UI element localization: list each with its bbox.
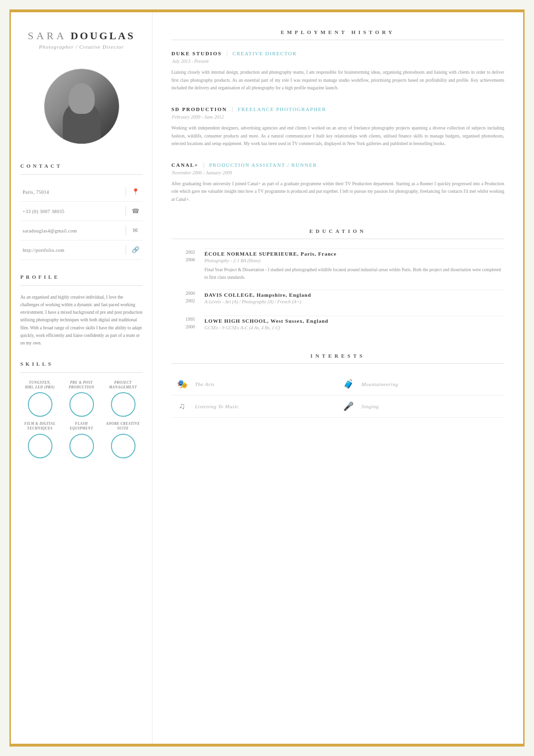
- name-section: SARA DOUGLAS Photographer / Creative Dir…: [28, 30, 135, 50]
- mountaineering-icon: 🧳: [343, 379, 355, 389]
- emp-header-2: SD PRODUCTION | FREELANCE PHOTOGRAPHER: [171, 105, 504, 113]
- contact-sep-1: [126, 187, 126, 197]
- edu-year-start-2: 2000: [186, 290, 195, 297]
- skill-label-6: ADOBE CREATIVESUITE: [106, 421, 140, 431]
- edu-year-start-3: 1995: [186, 316, 195, 323]
- skill-circle-3: [111, 392, 136, 417]
- skills-section: SKILLS TUNGSTEN,HMI, LED (PRO) PRE & POS…: [20, 356, 143, 458]
- skill-circle-6: [111, 434, 136, 458]
- left-column: SARA DOUGLAS Photographer / Creative Dir…: [11, 11, 153, 745]
- skill-label-2: PRE & POSTPRODUCTION: [68, 380, 94, 390]
- edu-degree-1: Photography - 2:1 BA (Hons): [204, 258, 504, 263]
- skill-item-5: FLASHEQUIPMENT: [62, 421, 101, 458]
- singing-label: Singing: [362, 404, 379, 409]
- profile-section: PROFILE As an organised and highly creat…: [20, 269, 143, 347]
- emp-role-2: FREELANCE PHOTOGRAPHER: [238, 106, 326, 112]
- skill-circle-4: [28, 434, 52, 458]
- location-icon: 📍: [131, 188, 140, 196]
- emp-desc-1: Liaising closely with internal design, p…: [171, 69, 504, 92]
- phone-text: +33 (0) 3007 38035: [23, 209, 121, 214]
- emp-sep-3: |: [203, 161, 204, 169]
- edu-desc-1: Final Year Project & Dissertation - I st…: [204, 266, 504, 281]
- skill-label-3: PROJECTMANAGEMENT: [109, 380, 137, 390]
- edu-year-start-1: 2002: [186, 249, 195, 256]
- emp-company-1: DUKE STUDIOS: [171, 51, 222, 56]
- skill-item-3: PROJECTMANAGEMENT: [103, 380, 143, 417]
- contact-address: Paris, 75014 📍: [20, 182, 143, 202]
- interests-section: INTERESTS 🎭 The Arts 🧳 Mountaineering ♫ …: [171, 351, 504, 418]
- edu-entry-3: 1995 2000 LOWE HIGH SCHOOL, West Sussex,…: [171, 316, 504, 333]
- photo-placeholder: [44, 69, 119, 144]
- edu-content-3: LOWE HIGH SCHOOL, West Sussex, England G…: [204, 316, 504, 333]
- skill-item-1: TUNGSTEN,HMI, LED (PRO): [20, 380, 59, 417]
- email-text: saradouglas4@gmail.com: [23, 228, 121, 233]
- gold-bar-top: [11, 11, 523, 12]
- skill-circle-5: [69, 434, 94, 458]
- profile-text: As an organised and highly creative indi…: [20, 293, 143, 347]
- skills-divider: [20, 372, 143, 373]
- profile-title: PROFILE: [20, 274, 143, 280]
- mountaineering-label: Mountaineering: [362, 381, 398, 387]
- skill-label-5: FLASHEQUIPMENT: [70, 421, 93, 431]
- last-name: DOUGLAS: [70, 30, 135, 42]
- education-section: EDUCATION 2002 2006 ÉCOLE NORMALE SUPERI…: [171, 226, 504, 342]
- contact-section: CONTACT Paris, 75014 📍 +33 (0) 3007 3803…: [20, 158, 143, 260]
- emp-company-3: CANAL+: [171, 162, 198, 168]
- resume-page: SARA DOUGLAS Photographer / Creative Dir…: [9, 9, 525, 747]
- employment-section: EMPLOYMENT HISTORY DUKE STUDIOS | CREATI…: [171, 27, 504, 217]
- interests-header: INTERESTS: [171, 351, 504, 360]
- contact-phone: +33 (0) 3007 38035 ☎: [20, 202, 143, 221]
- website-text: http://portfolio.com: [23, 248, 121, 253]
- interest-music: ♫ Listening To Music: [171, 395, 338, 418]
- emp-entry-1: DUKE STUDIOS | CREATIVE DIRECTOR July 20…: [171, 50, 504, 92]
- gold-bar-bottom: [11, 744, 523, 745]
- edu-degree-3: GCSEs - 9 GCSEs A-C (4 As, 4 Bs, 1 C): [204, 325, 504, 330]
- employment-title: EMPLOYMENT HISTORY: [281, 29, 395, 35]
- skill-label-1: TUNGSTEN,HMI, LED (PRO): [25, 380, 55, 390]
- edu-years-2: 2000 2002: [171, 290, 195, 307]
- emp-sep-1: |: [227, 50, 228, 57]
- arts-icon: 🎭: [176, 379, 188, 389]
- education-divider: [171, 239, 504, 239]
- link-icon: 🔗: [131, 246, 140, 254]
- interests-title: INTERESTS: [311, 353, 365, 359]
- skill-item-2: PRE & POSTPRODUCTION: [62, 380, 101, 417]
- skill-label-4: FILM & DIGITALTECHNIQUES: [24, 421, 55, 431]
- first-name: SARA: [28, 30, 67, 42]
- contact-sep-2: [126, 206, 126, 216]
- music-icon: ♫: [176, 401, 188, 411]
- edu-entry-1: 2002 2006 ÉCOLE NORMALE SUPERIEURE, Pari…: [171, 249, 504, 281]
- phone-icon: ☎: [131, 207, 140, 215]
- address-text: Paris, 75014: [23, 189, 121, 195]
- emp-date-3: November 2006 - January 2009: [172, 170, 504, 175]
- skill-circle-2: [69, 392, 94, 417]
- employment-header: EMPLOYMENT HISTORY: [171, 27, 504, 36]
- emp-desc-2: Working with independent designers, adve…: [171, 124, 504, 148]
- emp-entry-2: SD PRODUCTION | FREELANCE PHOTOGRAPHER F…: [171, 105, 504, 148]
- emp-header-1: DUKE STUDIOS | CREATIVE DIRECTOR: [171, 50, 504, 57]
- edu-years-3: 1995 2000: [171, 316, 195, 333]
- emp-header-3: CANAL+ | PRODUCTION ASSISTANT / RUNNER: [171, 161, 504, 169]
- interest-singing: 🎤 Singing: [338, 395, 505, 418]
- person-title: Photographer / Creative Director: [28, 44, 135, 50]
- contact-email: saradouglas4@gmail.com ✉: [20, 221, 143, 241]
- contact-title: CONTACT: [20, 163, 143, 169]
- emp-date-1: July 2013 - Present: [172, 59, 504, 64]
- profile-divider: [20, 285, 143, 286]
- education-title: EDUCATION: [309, 228, 366, 234]
- skills-grid: TUNGSTEN,HMI, LED (PRO) PRE & POSTPRODUC…: [20, 380, 143, 458]
- edu-school-2: DAVIS COLLEGE, Hampshire, England: [204, 292, 504, 298]
- emp-role-3: PRODUCTION ASSISTANT / RUNNER: [209, 162, 317, 168]
- edu-content-1: ÉCOLE NORMALE SUPERIEURE, Paris, France …: [204, 249, 504, 281]
- edu-degree-2: A-Levels - Art (A) / Photography (A) / F…: [204, 299, 504, 304]
- edu-year-end-3: 2000: [186, 323, 195, 331]
- emp-entry-3: CANAL+ | PRODUCTION ASSISTANT / RUNNER N…: [171, 161, 504, 204]
- edu-content-2: DAVIS COLLEGE, Hampshire, England A-Leve…: [204, 290, 504, 307]
- edu-school-1: ÉCOLE NORMALE SUPERIEURE, Paris, France: [204, 251, 504, 257]
- music-label: Listening To Music: [195, 404, 239, 409]
- edu-years-1: 2002 2006: [171, 249, 195, 281]
- education-header: EDUCATION: [171, 226, 504, 235]
- edu-year-end-1: 2006: [186, 256, 195, 264]
- emp-role-1: CREATIVE DIRECTOR: [232, 51, 297, 56]
- emp-company-2: SD PRODUCTION: [171, 106, 227, 112]
